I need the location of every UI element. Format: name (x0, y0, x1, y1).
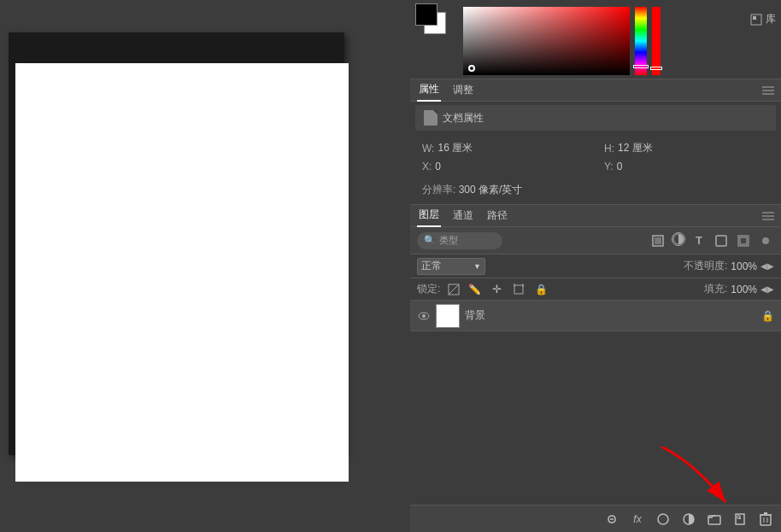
layer-delete-icon[interactable] (757, 511, 774, 528)
y-label: Y: (604, 161, 614, 172)
height-label: H: (604, 143, 614, 155)
filter-shape-icon[interactable] (713, 232, 730, 249)
opacity-slider-icon[interactable]: ◀▶ (760, 261, 774, 271)
y-row: Y: 0 (604, 161, 769, 172)
search-placeholder: 类型 (439, 234, 458, 247)
layer-new-icon[interactable] (731, 511, 749, 528)
layer-name: 背景 (465, 308, 756, 323)
lock-all-icon[interactable]: 🔒 (532, 281, 549, 298)
svg-rect-1 (753, 16, 756, 20)
layer-filter-icons: T (649, 232, 774, 249)
fill-slider-icon[interactable]: ◀▶ (760, 284, 774, 294)
filter-smartobj-icon[interactable] (735, 232, 752, 249)
doc-props-grid: W: 16 厘米 H: 12 厘米 X: 0 Y: 0 (410, 134, 781, 179)
color-gradient-picker[interactable] (463, 7, 630, 75)
search-bar[interactable]: 🔍 类型 (417, 232, 502, 249)
fill-value: 100% (731, 284, 757, 295)
properties-menu-icon[interactable] (762, 86, 774, 94)
svg-rect-24 (737, 516, 740, 518)
doc-properties-label: 文档属性 (443, 111, 484, 126)
blend-mode-row: 正常 ▼ 不透明度: 100% ◀▶ (410, 254, 781, 278)
ku-label: 库 (766, 12, 776, 26)
blend-mode-chevron: ▼ (473, 262, 481, 271)
lock-position-icon[interactable]: ✛ (488, 281, 505, 298)
opacity-value: 100% (731, 260, 757, 272)
filter-dot-icon[interactable] (757, 232, 774, 249)
x-value: 0 (435, 161, 441, 172)
layers-tabs: 图层 通道 路径 (410, 205, 781, 227)
width-row: W: 16 厘米 (422, 141, 587, 155)
resolution-value: 300 像素/英寸 (459, 184, 523, 196)
lock-artboard-icon[interactable] (510, 281, 527, 298)
properties-panel: 属性 调整 文档属性 W: 16 厘米 H: 12 厘米 X: 0 (410, 79, 781, 204)
svg-point-15 (422, 314, 426, 318)
search-icon: 🔍 (424, 235, 436, 246)
svg-point-18 (658, 514, 668, 524)
fill-label: 填充: (704, 282, 727, 296)
doc-icon (424, 110, 437, 126)
layers-bottom-toolbar: fx (410, 505, 781, 532)
canvas-shadow (9, 32, 344, 455)
gradient-cursor (468, 65, 475, 72)
lock-icons: ✏️ ✛ 🔒 (447, 281, 549, 298)
tab-adjustments[interactable]: 调整 (451, 79, 475, 101)
layer-lock-icon: 🔒 (761, 310, 774, 322)
layer-item-background[interactable]: 背景 🔒 (410, 301, 781, 331)
layer-group-icon[interactable] (706, 511, 723, 528)
background-swatch[interactable] (415, 3, 437, 26)
tab-layers[interactable]: 图层 (417, 204, 441, 227)
svg-rect-5 (716, 236, 726, 246)
lock-transparent-icon[interactable] (447, 283, 461, 296)
layer-adjustment-icon[interactable] (680, 511, 697, 528)
x-label: X: (422, 161, 432, 172)
color-strip (652, 7, 661, 75)
height-value: 12 厘米 (618, 141, 653, 155)
filter-adjustment-icon[interactable] (672, 232, 685, 246)
properties-tabs: 属性 调整 (410, 79, 781, 102)
blend-mode-value: 正常 (421, 259, 442, 273)
canvas-white (15, 63, 349, 482)
filter-pixel-icon[interactable] (649, 232, 666, 249)
layer-thumbnail (436, 304, 460, 328)
layer-mask-icon[interactable] (655, 511, 672, 528)
lock-image-pixels-icon[interactable]: ✏️ (466, 281, 483, 298)
canvas-area (0, 0, 410, 532)
doc-properties-header: 文档属性 (415, 105, 776, 131)
hue-indicator (633, 65, 649, 68)
lock-row: 锁定: ✏️ ✛ (410, 278, 781, 301)
layer-fx-icon[interactable]: fx (629, 511, 646, 528)
filter-text-icon[interactable]: T (690, 232, 708, 249)
layers-list: 背景 🔒 (410, 301, 781, 505)
tab-properties[interactable]: 属性 (417, 79, 441, 102)
width-label: W: (422, 143, 434, 155)
hue-strip[interactable] (635, 7, 647, 75)
svg-rect-11 (514, 285, 523, 294)
right-panel: 库 属性 调整 文档属性 W: 16 厘米 H: 12 厘米 (410, 0, 781, 532)
opacity-row: 不透明度: 100% ◀▶ (684, 259, 774, 273)
y-value: 0 (617, 161, 623, 172)
x-row: X: 0 (422, 161, 587, 172)
svg-point-8 (762, 237, 769, 244)
lock-label: 锁定: (417, 282, 440, 296)
width-value: 16 厘米 (437, 141, 473, 155)
svg-rect-3 (655, 237, 661, 244)
tab-paths[interactable]: 路径 (485, 205, 509, 226)
resolution-row: 分辨率: 300 像素/英寸 (410, 179, 781, 204)
svg-rect-7 (740, 237, 747, 244)
resolution-label: 分辨率: (422, 184, 455, 196)
svg-rect-25 (760, 515, 771, 525)
color-strip-indicator (650, 67, 662, 70)
ku-button[interactable]: 库 (750, 12, 776, 26)
ku-icon (750, 14, 762, 26)
svg-line-10 (449, 284, 459, 295)
color-picker-area: 库 (410, 0, 781, 79)
opacity-label: 不透明度: (684, 259, 727, 273)
height-row: H: 12 厘米 (604, 141, 769, 155)
blend-mode-select[interactable]: 正常 ▼ (417, 258, 485, 275)
color-swatches[interactable] (415, 3, 458, 46)
layer-link-icon[interactable] (603, 511, 620, 528)
fill-row: 填充: 100% ◀▶ (704, 282, 774, 296)
tab-channels[interactable]: 通道 (451, 205, 475, 226)
layers-menu-icon[interactable] (762, 212, 774, 219)
layer-visibility-eye[interactable] (417, 309, 431, 323)
